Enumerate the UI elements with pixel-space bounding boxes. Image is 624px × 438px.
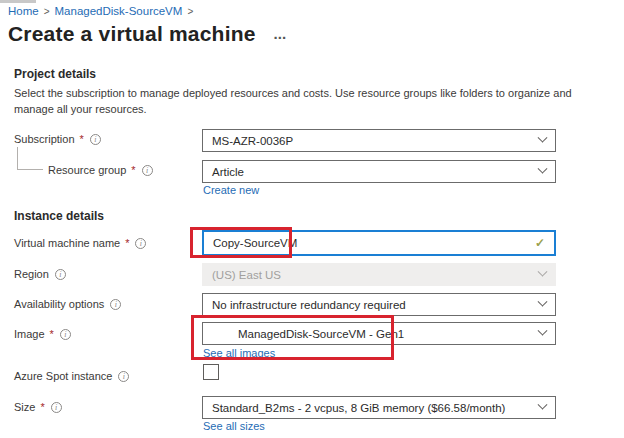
required-asterisk: * <box>50 328 54 340</box>
subscription-label: Subscription * i <box>14 133 101 145</box>
title-row: Create a virtual machine ... <box>8 22 286 46</box>
image-value: ManagedDisk-SourceVM - Gen1 <box>212 328 404 340</box>
azure-spot-checkbox[interactable] <box>203 364 219 380</box>
azure-spot-label-text: Azure Spot instance <box>14 370 112 382</box>
region-dropdown: (US) East US <box>202 263 556 286</box>
size-value: Standard_B2ms - 2 vcpus, 8 GiB memory ($… <box>212 402 505 414</box>
breadcrumb-separator: > <box>44 6 50 17</box>
image-label-text: Image <box>14 328 45 340</box>
chevron-down-icon <box>538 326 548 336</box>
required-asterisk: * <box>125 237 129 249</box>
breadcrumb: Home > ManagedDisk-SourceVM > <box>8 5 193 17</box>
more-options-icon[interactable]: ... <box>274 29 287 39</box>
image-dropdown[interactable]: ManagedDisk-SourceVM - Gen1 <box>202 322 556 345</box>
required-asterisk: * <box>40 401 44 413</box>
vm-name-value: Copy-SourceVM <box>213 237 297 249</box>
chevron-down-icon <box>538 133 548 143</box>
breadcrumb-separator: > <box>187 6 193 17</box>
project-details-description: Select the subscription to manage deploy… <box>14 86 602 118</box>
region-label: Region i <box>14 268 66 280</box>
chevron-down-icon <box>538 400 548 410</box>
chevron-down-icon <box>538 267 548 277</box>
resource-group-label: Resource group * i <box>48 164 153 176</box>
size-label-text: Size <box>14 401 35 413</box>
page-title: Create a virtual machine <box>8 22 256 46</box>
info-icon[interactable]: i <box>90 134 101 145</box>
valid-check-icon: ✓ <box>535 236 545 250</box>
required-asterisk: * <box>80 133 84 145</box>
see-all-sizes-link[interactable]: See all sizes <box>203 420 265 432</box>
info-icon[interactable]: i <box>118 371 129 382</box>
image-label: Image * i <box>14 328 71 340</box>
instance-details-heading: Instance details <box>14 209 104 223</box>
resource-group-label-text: Resource group <box>48 164 126 176</box>
subscription-value: MS-AZR-0036P <box>212 135 293 147</box>
info-icon[interactable]: i <box>51 402 62 413</box>
create-vm-page: Home > ManagedDisk-SourceVM > Create a v… <box>0 0 624 438</box>
resource-group-value: Article <box>212 166 244 178</box>
breadcrumb-home-link[interactable]: Home <box>8 5 39 17</box>
see-all-images-link[interactable]: See all images <box>203 347 275 359</box>
region-value: (US) East US <box>212 269 281 281</box>
info-icon[interactable]: i <box>142 165 153 176</box>
size-label: Size * i <box>14 401 62 413</box>
breadcrumb-parent-link[interactable]: ManagedDisk-SourceVM <box>55 5 183 17</box>
info-icon[interactable]: i <box>110 299 121 310</box>
screen-edge-artifact <box>0 0 36 3</box>
availability-options-label-text: Availability options <box>14 298 104 310</box>
region-label-text: Region <box>14 268 49 280</box>
vm-name-label: Virtual machine name * i <box>14 237 146 249</box>
resource-group-dropdown[interactable]: Article <box>202 160 556 183</box>
create-new-link[interactable]: Create new <box>203 184 259 196</box>
azure-spot-label: Azure Spot instance i <box>14 370 129 382</box>
size-dropdown[interactable]: Standard_B2ms - 2 vcpus, 8 GiB memory ($… <box>202 396 556 419</box>
availability-options-value: No infrastructure redundancy required <box>212 299 406 311</box>
required-asterisk: * <box>131 164 135 176</box>
info-icon[interactable]: i <box>135 238 146 249</box>
chevron-down-icon <box>538 297 548 307</box>
availability-options-dropdown[interactable]: No infrastructure redundancy required <box>202 293 556 316</box>
subscription-dropdown[interactable]: MS-AZR-0036P <box>202 129 556 152</box>
resource-group-connector <box>17 147 43 170</box>
vm-name-label-text: Virtual machine name <box>14 237 120 249</box>
vm-name-input[interactable]: Copy-SourceVM ✓ <box>202 230 556 256</box>
chevron-down-icon <box>538 164 548 174</box>
subscription-label-text: Subscription <box>14 133 75 145</box>
project-details-heading: Project details <box>14 67 96 81</box>
availability-options-label: Availability options i <box>14 298 121 310</box>
info-icon[interactable]: i <box>55 269 66 280</box>
info-icon[interactable]: i <box>60 329 71 340</box>
